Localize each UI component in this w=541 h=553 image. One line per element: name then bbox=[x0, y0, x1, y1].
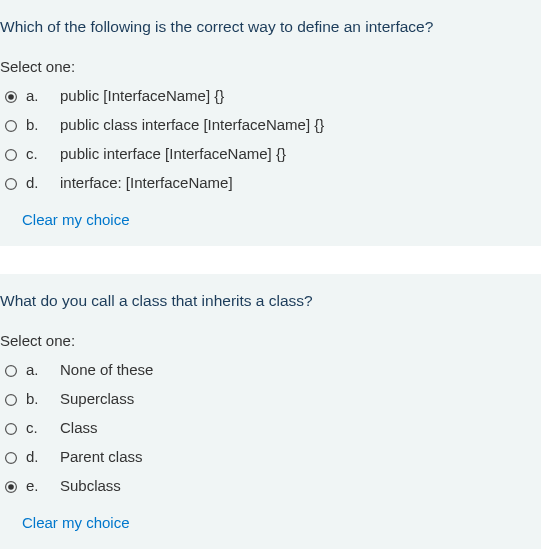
svg-point-3 bbox=[6, 150, 17, 161]
radio-selected-icon bbox=[4, 90, 18, 104]
radio-unselected-icon bbox=[4, 148, 18, 162]
option-text: Superclass bbox=[54, 384, 153, 413]
option-text: public interface [InterfaceName] {} bbox=[54, 139, 324, 168]
svg-point-7 bbox=[6, 424, 17, 435]
option-row[interactable]: d. interface: [InterfaceName] bbox=[0, 168, 324, 197]
option-letter: c. bbox=[26, 413, 54, 442]
option-row[interactable]: c. Class bbox=[0, 413, 153, 442]
option-text: Subclass bbox=[54, 471, 153, 500]
option-row[interactable]: a. public [InterfaceName] {} bbox=[0, 81, 324, 110]
option-letter: b. bbox=[26, 384, 54, 413]
question-prompt: What do you call a class that inherits a… bbox=[0, 292, 541, 310]
option-text: public class interface [InterfaceName] {… bbox=[54, 110, 324, 139]
option-letter: b. bbox=[26, 110, 54, 139]
svg-point-5 bbox=[6, 366, 17, 377]
option-row[interactable]: a. None of these bbox=[0, 355, 153, 384]
svg-point-1 bbox=[8, 94, 14, 100]
option-letter: a. bbox=[26, 355, 54, 384]
option-text: Parent class bbox=[54, 442, 153, 471]
question-block: Which of the following is the correct wa… bbox=[0, 0, 541, 246]
option-text: interface: [InterfaceName] bbox=[54, 168, 324, 197]
radio-unselected-icon bbox=[4, 451, 18, 465]
option-row[interactable]: c. public interface [InterfaceName] {} bbox=[0, 139, 324, 168]
radio-unselected-icon bbox=[4, 422, 18, 436]
radio-unselected-icon bbox=[4, 177, 18, 191]
select-one-label: Select one: bbox=[0, 58, 541, 75]
option-row[interactable]: b. Superclass bbox=[0, 384, 153, 413]
select-one-label: Select one: bbox=[0, 332, 541, 349]
clear-choice-link[interactable]: Clear my choice bbox=[0, 514, 130, 531]
option-letter: a. bbox=[26, 81, 54, 110]
options-list: a. public [InterfaceName] {} b. public c… bbox=[0, 81, 324, 197]
svg-point-8 bbox=[6, 453, 17, 464]
option-letter: c. bbox=[26, 139, 54, 168]
radio-unselected-icon bbox=[4, 119, 18, 133]
option-text: public [InterfaceName] {} bbox=[54, 81, 324, 110]
option-row[interactable]: d. Parent class bbox=[0, 442, 153, 471]
radio-unselected-icon bbox=[4, 364, 18, 378]
question-prompt: Which of the following is the correct wa… bbox=[0, 18, 541, 36]
clear-choice-link[interactable]: Clear my choice bbox=[0, 211, 130, 228]
option-row[interactable]: b. public class interface [InterfaceName… bbox=[0, 110, 324, 139]
radio-unselected-icon bbox=[4, 393, 18, 407]
option-letter: e. bbox=[26, 471, 54, 500]
svg-point-2 bbox=[6, 121, 17, 132]
svg-point-4 bbox=[6, 179, 17, 190]
option-letter: d. bbox=[26, 168, 54, 197]
question-block: What do you call a class that inherits a… bbox=[0, 274, 541, 549]
option-letter: d. bbox=[26, 442, 54, 471]
options-list: a. None of these b. Superclass c. Class bbox=[0, 355, 153, 500]
option-text: None of these bbox=[54, 355, 153, 384]
radio-selected-icon bbox=[4, 480, 18, 494]
option-text: Class bbox=[54, 413, 153, 442]
svg-point-6 bbox=[6, 395, 17, 406]
option-row[interactable]: e. Subclass bbox=[0, 471, 153, 500]
svg-point-10 bbox=[8, 484, 14, 490]
